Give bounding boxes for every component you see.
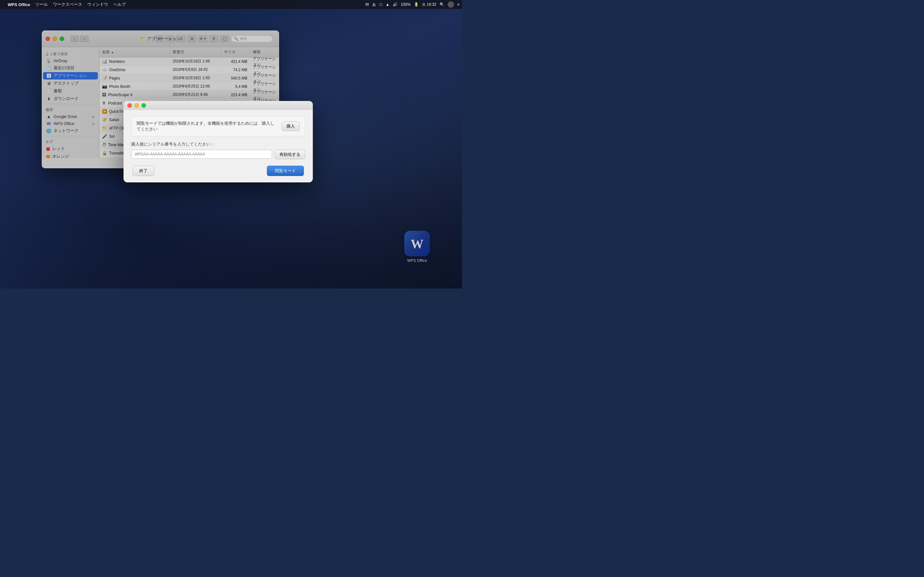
serial-input[interactable] — [131, 150, 272, 159]
dialog-titlebar — [124, 101, 313, 110]
search-icon[interactable]: 🔍 — [439, 2, 444, 7]
wifi-icon: ▲ — [386, 2, 389, 7]
menu-help[interactable]: ヘルプ — [113, 2, 126, 7]
volume-icon: 🔊 — [393, 2, 397, 7]
app-name[interactable]: WPS Office — [8, 2, 30, 7]
wps-icon: W — [365, 2, 369, 7]
menu-workspace[interactable]: ワークスペース — [53, 2, 82, 7]
quit-button[interactable]: 終了 — [132, 166, 154, 176]
battery-icon: 🔋 — [414, 2, 419, 7]
menu-tools[interactable]: ツール — [35, 2, 48, 7]
avatar[interactable] — [447, 1, 454, 8]
banner-text: 閲覧モードでは機能が制限されます。全機能を使用するためには、購入してください — [137, 121, 278, 132]
menu-window[interactable]: ウィンドウ — [87, 2, 108, 7]
input-icon: あ — [372, 2, 376, 7]
serial-section: 購入後にシリアル番号を入力してください： 有効化する — [131, 141, 305, 159]
battery-level: 100% — [401, 2, 411, 7]
activate-button[interactable]: 有効化する — [275, 150, 305, 159]
serial-label: 購入後にシリアル番号を入力してください： — [131, 141, 305, 147]
dialog-body: 閲覧モードでは機能が制限されます。全機能を使用するためには、購入してください 購… — [124, 110, 313, 182]
control-center-icon[interactable]: ≡ — [457, 2, 459, 7]
browse-mode-button[interactable]: 閲覧モード — [267, 166, 304, 176]
buy-button[interactable]: 購入 — [282, 121, 300, 131]
dialog-close-button[interactable] — [128, 103, 132, 108]
menubar-left: WPS Office ツール ワークスペース ウィンドウ ヘルプ — [3, 2, 126, 7]
dialog-footer: 終了 閲覧モード — [131, 166, 305, 176]
bluetooth-icon: ⬡ — [379, 2, 383, 7]
clock: 火 19:32 — [422, 2, 436, 7]
license-dialog: 閲覧モードでは機能が制限されます。全機能を使用するためには、購入してください 購… — [124, 101, 313, 182]
dialog-max-button[interactable] — [142, 103, 146, 108]
menubar-right: W あ ⬡ ▲ 🔊 100% 🔋 火 19:32 🔍 ≡ — [365, 1, 459, 8]
dialog-banner: 閲覧モードでは機能が制限されます。全機能を使用するためには、購入してください 購… — [131, 116, 305, 136]
dialog-min-button[interactable] — [134, 103, 139, 108]
menubar: WPS Office ツール ワークスペース ウィンドウ ヘルプ W あ ⬡ ▲… — [0, 0, 462, 9]
serial-row: 有効化する — [131, 150, 305, 159]
